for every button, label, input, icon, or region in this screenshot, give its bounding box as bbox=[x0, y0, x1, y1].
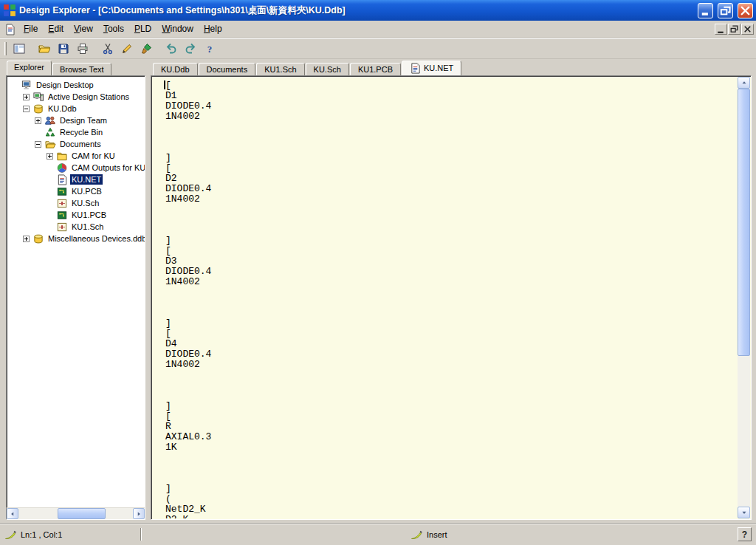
database-icon bbox=[32, 103, 44, 114]
tree-item-label: Documents bbox=[58, 139, 103, 149]
expand-box[interactable] bbox=[23, 236, 30, 242]
doc-tab-ku-sch[interactable]: KU.Sch bbox=[306, 63, 349, 75]
tree-item-label: CAM for KU bbox=[70, 151, 117, 161]
tree-item-cam-outputs-for-ku[interactable]: CAM Outputs for KU bbox=[8, 162, 145, 174]
tree-item-active-design-stations[interactable]: Active Design Stations bbox=[8, 91, 145, 103]
restore-icon bbox=[718, 4, 732, 18]
tree-item-design-desktop[interactable]: Design Desktop bbox=[8, 79, 145, 91]
mdi-minimize-icon bbox=[715, 24, 726, 35]
arrow-right-icon bbox=[135, 510, 142, 518]
expand-box[interactable] bbox=[35, 117, 41, 124]
close-button[interactable] bbox=[738, 3, 753, 18]
print-button[interactable] bbox=[74, 41, 92, 57]
doc-tab-ku1-pcb[interactable]: KU1.PCB bbox=[350, 63, 401, 75]
editor: [ D1 DIODE0.4 1N4002 ] [ D2 DIODE0.4 1N4… bbox=[151, 75, 752, 520]
save-icon bbox=[58, 43, 69, 55]
text-caret bbox=[164, 80, 165, 89]
desktop-icon bbox=[21, 80, 32, 91]
main-area: ExplorerBrowse Text Design DesktopActive… bbox=[0, 59, 756, 523]
doc-tab-label: Documents bbox=[207, 65, 248, 74]
vscroll-track[interactable] bbox=[738, 89, 750, 507]
collapse-box[interactable] bbox=[35, 141, 41, 148]
help-button[interactable]: ? bbox=[201, 41, 219, 57]
doc-tab-ku-ddb[interactable]: KU.Ddb bbox=[153, 63, 198, 75]
redo-button[interactable] bbox=[182, 41, 199, 57]
tree-item-label: KU1.Sch bbox=[70, 222, 105, 232]
tree-item-cam-for-ku[interactable]: CAM for KU bbox=[8, 150, 145, 162]
restore-button[interactable] bbox=[718, 3, 733, 18]
toolbar-gripper bbox=[4, 42, 7, 55]
menu-window[interactable]: Window bbox=[157, 21, 199, 37]
insert-mode-panel: Insert bbox=[410, 529, 447, 541]
menu-items: FileEditViewToolsPLDWindowHelp bbox=[18, 21, 227, 37]
design-manager-icon bbox=[13, 43, 25, 55]
tree-item-ku1-pcb[interactable]: KU1.PCB bbox=[8, 209, 145, 221]
tree-item-ku-sch[interactable]: KU.Sch bbox=[8, 197, 145, 209]
scroll-up-button[interactable] bbox=[738, 77, 750, 89]
paintbrush-button[interactable] bbox=[137, 41, 155, 57]
expand-box[interactable] bbox=[23, 94, 30, 100]
undo-button[interactable] bbox=[162, 41, 180, 57]
doc-tab-label: KU.Sch bbox=[314, 65, 341, 74]
save-button[interactable] bbox=[55, 41, 72, 57]
mdi-restore-button[interactable] bbox=[728, 24, 740, 35]
tree-item-documents[interactable]: Documents bbox=[8, 138, 145, 150]
net-icon bbox=[56, 174, 68, 185]
scroll-left-button[interactable] bbox=[7, 508, 18, 519]
menu-edit[interactable]: Edit bbox=[43, 21, 69, 37]
collapse-box[interactable] bbox=[23, 106, 30, 112]
menu-tools[interactable]: Tools bbox=[98, 21, 129, 37]
netlist-text[interactable]: [ D1 DIODE0.4 1N4002 ] [ D2 DIODE0.4 1N4… bbox=[152, 77, 737, 518]
tree-item-design-team[interactable]: Design Team bbox=[8, 114, 145, 126]
minimize-button[interactable] bbox=[698, 3, 713, 18]
menu-file[interactable]: File bbox=[18, 21, 43, 37]
tree-hscrollbar[interactable] bbox=[7, 507, 145, 519]
toolbar-buttons: ? bbox=[10, 41, 226, 57]
expand-box[interactable] bbox=[47, 153, 53, 160]
paintbrush-icon bbox=[140, 43, 152, 55]
scroll-right-button[interactable] bbox=[133, 508, 145, 519]
tree-item-recycle-bin[interactable]: Recycle Bin bbox=[8, 126, 145, 138]
doc-tab-label: KU.NET bbox=[424, 64, 453, 72]
doc-tab-documents[interactable]: Documents bbox=[199, 63, 256, 75]
tree-item-miscellaneous-devices-ddb[interactable]: Miscellaneous Devices.ddb bbox=[8, 233, 145, 244]
mdi-close-button[interactable] bbox=[741, 24, 754, 35]
hscroll-track[interactable] bbox=[18, 508, 133, 519]
tree-item-ku1-sch[interactable]: KU1.Sch bbox=[8, 221, 145, 233]
doc-tab-ku1-sch[interactable]: KU1.Sch bbox=[256, 63, 304, 75]
tree-item-label: KU1.PCB bbox=[70, 210, 108, 220]
pencil-button[interactable] bbox=[118, 41, 136, 57]
toolbar-group: ? bbox=[162, 41, 219, 57]
tree-item-ku-pcb[interactable]: KU.PCB bbox=[8, 185, 145, 197]
scroll-down-button[interactable] bbox=[738, 507, 750, 518]
menu-view[interactable]: View bbox=[69, 21, 98, 37]
close-icon bbox=[738, 4, 752, 18]
mdi-restore-icon bbox=[729, 24, 740, 35]
tree-item-ku-ddb[interactable]: KU.Ddb bbox=[8, 103, 145, 114]
pcb-icon bbox=[56, 186, 68, 197]
svg-text:?: ? bbox=[207, 44, 213, 55]
cut-button[interactable] bbox=[99, 41, 117, 57]
document-icon bbox=[4, 24, 16, 35]
menu-pld[interactable]: PLD bbox=[129, 21, 157, 37]
tab-browse-text[interactable]: Browse Text bbox=[52, 63, 111, 75]
tree-item-label: CAM Outputs for KU bbox=[70, 162, 145, 173]
hscroll-thumb[interactable] bbox=[58, 508, 106, 519]
design-manager-button[interactable] bbox=[10, 41, 28, 57]
sch-icon bbox=[56, 198, 68, 209]
vscroll-thumb[interactable] bbox=[738, 89, 750, 356]
tree-item-ku-net[interactable]: KU.NET bbox=[8, 174, 145, 185]
open-document-button[interactable] bbox=[35, 41, 53, 57]
tab-explorer[interactable]: Explorer bbox=[7, 61, 52, 75]
doc-tab-ku-net[interactable]: KU.NET bbox=[402, 61, 461, 75]
sch-icon bbox=[56, 222, 68, 233]
mdi-minimize-button[interactable] bbox=[715, 24, 727, 35]
help-button[interactable]: ? bbox=[738, 527, 752, 541]
menu-help[interactable]: Help bbox=[199, 21, 227, 37]
undo-icon bbox=[165, 43, 177, 55]
toolbar: ? bbox=[0, 38, 756, 59]
doc-tab-label: KU1.PCB bbox=[358, 65, 393, 74]
document-tabs: KU.DdbDocumentsKU1.SchKU.SchKU1.PCBKU.NE… bbox=[151, 61, 752, 75]
tree-items: Design DesktopActive Design StationsKU.D… bbox=[8, 79, 145, 244]
editor-vscrollbar[interactable] bbox=[738, 77, 750, 518]
